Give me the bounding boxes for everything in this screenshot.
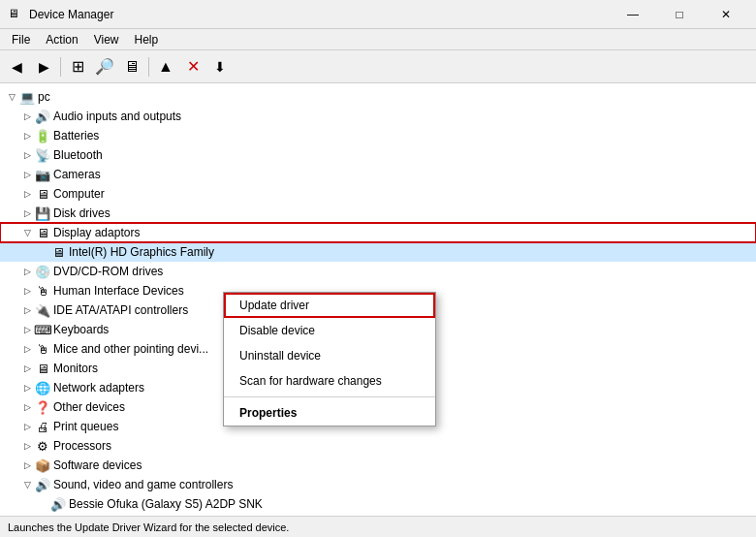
expand-icon-other[interactable]: ▷ (19, 399, 35, 415)
tree-item-intelhd[interactable]: 🖥Intel(R) HD Graphics Family (0, 242, 756, 262)
close-button[interactable]: ✕ (704, 0, 748, 29)
expand-icon-software[interactable]: ▷ (19, 458, 35, 473)
toolbar: ◀ ▶ ⊞ 🔎 🖥 ▲ ✕ ⬇ (0, 50, 756, 83)
menu-action[interactable]: Action (38, 31, 85, 48)
expand-icon-batteries[interactable]: ▷ (19, 128, 35, 143)
item-icon-other: ❓ (35, 399, 50, 415)
context-menu-item-scan[interactable]: Scan for hardware changes (224, 368, 435, 394)
title-bar: 🖥 Device Manager — □ ✕ (0, 0, 756, 29)
expand-icon-bluetooth[interactable]: ▷ (19, 147, 35, 163)
expand-icon-processors[interactable]: ▷ (19, 438, 35, 454)
toolbar-monitor[interactable]: 🖥 (119, 54, 144, 79)
item-icon-monitors: 🖥 (35, 361, 50, 376)
toolbar-back[interactable]: ◀ (4, 54, 29, 79)
toolbar-separator-2 (148, 57, 149, 77)
tree-item-software[interactable]: ▷📦Software devices (0, 456, 756, 475)
item-label-computer: Computer (53, 187, 105, 201)
status-bar: Launches the Update Driver Wizard for th… (0, 516, 756, 537)
item-label-monitors: Monitors (53, 362, 98, 375)
item-label-software: Software devices (53, 458, 142, 472)
toolbar-up[interactable]: ▲ (153, 54, 178, 79)
item-icon-humaninterface: 🖱 (35, 283, 50, 299)
toolbar-down[interactable]: ⬇ (207, 54, 233, 79)
item-icon-diskdrives: 💾 (35, 205, 50, 221)
tree-item-processors[interactable]: ▷⚙Processors (0, 436, 756, 456)
item-icon-computer: 🖥 (35, 186, 50, 202)
item-label-mice: Mice and other pointing devi... (53, 342, 208, 356)
title-bar-text: Device Manager (29, 8, 611, 21)
item-icon-cameras: 📷 (35, 167, 50, 182)
tree-item-bessie2[interactable]: 🔊Bessie Ofuka (Galaxy S5) Hands-Free HF … (0, 514, 756, 516)
status-text: Launches the Update Driver Wizard for th… (8, 521, 289, 533)
expand-icon-displayadaptors[interactable]: ▽ (19, 225, 35, 240)
expand-icon-dvdcdrom[interactable]: ▷ (19, 264, 35, 279)
app-icon: 🖥 (8, 7, 23, 22)
item-label-bluetooth: Bluetooth (53, 148, 103, 162)
item-label-keyboards: Keyboards (53, 323, 109, 336)
expand-icon-intelhd (35, 244, 50, 260)
item-icon-dvdcdrom: 💿 (35, 264, 50, 279)
tree-item-sound[interactable]: ▽🔊Sound, video and game controllers (0, 475, 756, 494)
menu-help[interactable]: Help (127, 31, 167, 48)
tree-item-audio[interactable]: ▷🔊Audio inputs and outputs (0, 107, 756, 126)
tree-item-pc[interactable]: ▽💻pc (0, 87, 756, 107)
toolbar-delete[interactable]: ✕ (180, 54, 205, 79)
tree-item-bluetooth[interactable]: ▷📡Bluetooth (0, 145, 756, 165)
context-menu-item-update[interactable]: Update driver (224, 293, 435, 318)
toolbar-properties[interactable]: ⊞ (65, 54, 90, 79)
expand-icon-sound[interactable]: ▽ (19, 477, 35, 492)
item-icon-ideata: 🔌 (35, 302, 50, 318)
expand-icon-network[interactable]: ▷ (19, 380, 35, 395)
expand-icon-mice[interactable]: ▷ (19, 341, 35, 357)
item-label-bessie1: Bessie Ofuka (Galaxy S5) A2DP SNK (69, 497, 263, 511)
context-menu-item-properties[interactable]: Properties (224, 400, 435, 426)
toolbar-search[interactable]: 🔎 (92, 54, 117, 79)
item-label-diskdrives: Disk drives (53, 206, 110, 220)
tree-item-displayadaptors[interactable]: ▽🖥Display adaptors (0, 223, 756, 242)
expand-icon-audio[interactable]: ▷ (19, 109, 35, 124)
item-label-network: Network adapters (53, 381, 144, 395)
item-icon-network: 🌐 (35, 380, 50, 395)
context-menu-item-uninstall[interactable]: Uninstall device (224, 343, 435, 368)
menu-file[interactable]: File (4, 31, 38, 48)
tree-item-computer[interactable]: ▷🖥Computer (0, 184, 756, 204)
tree-item-batteries[interactable]: ▷🔋Batteries (0, 126, 756, 145)
minimize-button[interactable]: — (611, 0, 655, 29)
expand-icon-computer[interactable]: ▷ (19, 186, 35, 202)
item-label-audio: Audio inputs and outputs (53, 110, 181, 123)
toolbar-separator-1 (60, 57, 61, 77)
device-tree[interactable]: ▽💻pc▷🔊Audio inputs and outputs▷🔋Batterie… (0, 83, 756, 516)
item-label-intelhd: Intel(R) HD Graphics Family (69, 245, 214, 259)
item-icon-pc: 💻 (19, 89, 35, 105)
item-label-sound: Sound, video and game controllers (53, 478, 233, 491)
expand-icon-pc[interactable]: ▽ (4, 89, 19, 105)
item-icon-processors: ⚙ (35, 438, 50, 454)
context-menu-item-disable[interactable]: Disable device (224, 318, 435, 343)
menu-view[interactable]: View (86, 31, 127, 48)
item-label-processors: Processors (53, 439, 111, 453)
main-content: ▽💻pc▷🔊Audio inputs and outputs▷🔋Batterie… (0, 83, 756, 516)
item-label-displayadaptors: Display adaptors (53, 226, 140, 239)
tree-item-bessie1[interactable]: 🔊Bessie Ofuka (Galaxy S5) A2DP SNK (0, 494, 756, 514)
expand-icon-monitors[interactable]: ▷ (19, 361, 35, 376)
tree-item-dvdcdrom[interactable]: ▷💿DVD/CD-ROM drives (0, 262, 756, 281)
expand-icon-printqueues[interactable]: ▷ (19, 419, 35, 434)
item-label-humaninterface: Human Interface Devices (53, 284, 184, 298)
tree-item-cameras[interactable]: ▷📷Cameras (0, 165, 756, 184)
item-icon-sound: 🔊 (35, 477, 50, 492)
maximize-button[interactable]: □ (657, 0, 702, 29)
item-icon-bessie1: 🔊 (50, 496, 66, 512)
toolbar-forward[interactable]: ▶ (31, 54, 56, 79)
window-controls: — □ ✕ (611, 0, 748, 29)
item-icon-intelhd: 🖥 (50, 244, 66, 260)
item-label-batteries: Batteries (53, 129, 99, 142)
item-label-pc: pc (38, 90, 50, 104)
tree-item-diskdrives[interactable]: ▷💾Disk drives (0, 204, 756, 223)
item-label-cameras: Cameras (53, 168, 101, 181)
expand-icon-cameras[interactable]: ▷ (19, 167, 35, 182)
expand-icon-ideata[interactable]: ▷ (19, 302, 35, 318)
item-icon-bluetooth: 📡 (35, 147, 50, 163)
expand-icon-diskdrives[interactable]: ▷ (19, 205, 35, 221)
item-icon-software: 📦 (35, 458, 50, 473)
expand-icon-humaninterface[interactable]: ▷ (19, 283, 35, 299)
